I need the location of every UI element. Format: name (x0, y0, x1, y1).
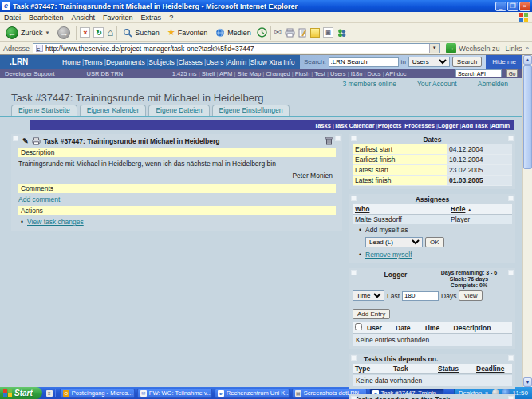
links-chevron-icon[interactable]: » (526, 45, 529, 52)
back-button[interactable]: ← Zurück ▼ (3, 26, 52, 40)
history-icon[interactable] (257, 27, 267, 38)
view-task-changes-link[interactable]: View task changes (27, 218, 84, 226)
menu-hilfe[interactable]: ? (169, 14, 173, 22)
api-search-input[interactable] (455, 69, 502, 77)
taskbar-button-outlook[interactable]: OPosteingang - Micros... (60, 389, 135, 398)
site-search-input[interactable] (329, 57, 399, 67)
select-all-checkbox[interactable] (355, 323, 362, 330)
dev-users[interactable]: Users (330, 70, 351, 77)
dev-docs[interactable]: Docs (367, 70, 385, 77)
refresh-icon[interactable]: ↻ (93, 27, 104, 38)
your-account-link[interactable]: Your Account (417, 80, 457, 88)
col-status[interactable]: Status (435, 364, 474, 374)
remove-myself-link[interactable]: Remove myself (365, 251, 412, 259)
dev-test[interactable]: Test (314, 70, 330, 77)
nav-show-xtra-info[interactable]: Show Xtra Info (250, 58, 295, 66)
pm-nav-add-task[interactable]: Add Task (461, 122, 491, 129)
favorites-button[interactable]: ★ Favoriten (165, 26, 210, 38)
nav-terms[interactable]: Terms (84, 58, 106, 66)
pm-nav-tasks[interactable]: Tasks (314, 122, 334, 129)
print-task-icon[interactable] (32, 137, 41, 145)
edit-task-icon[interactable]: ✎ (22, 137, 29, 145)
dev-shell[interactable]: Shell (202, 70, 219, 77)
role-select[interactable]: Lead (L) (365, 237, 423, 247)
add-comment-link[interactable]: Add comment (18, 196, 60, 203)
account-row: 3 members online Your Account Abmelden (0, 78, 522, 89)
nav-users[interactable]: Users (206, 58, 227, 66)
back-dropdown-icon[interactable]: ▼ (45, 30, 50, 35)
hide-me-link[interactable]: Hide me (486, 55, 522, 69)
logout-link[interactable]: Abmelden (478, 80, 508, 88)
menu-datei[interactable]: Datei (4, 14, 21, 22)
search-scope-select[interactable]: Users (408, 57, 450, 67)
view-button[interactable]: View (459, 290, 482, 301)
scroll-down-icon[interactable]: ▼ (523, 377, 532, 387)
address-input[interactable]: e http://www.theservice.de/project-manag… (33, 43, 440, 53)
browser-window: e Task #37447: Trainingsrunde mit Michae… (0, 0, 532, 399)
edit-icon[interactable] (298, 28, 307, 38)
nav-departments[interactable]: Departments (106, 58, 148, 66)
links-label[interactable]: Links (506, 45, 522, 53)
menu-favoriten[interactable]: Favoriten (103, 14, 133, 22)
forward-button[interactable]: → (55, 26, 73, 40)
address-url[interactable]: http://www.theservice.de/project-manager… (45, 45, 427, 53)
close-button[interactable]: × (519, 2, 530, 11)
api-search-go-button[interactable]: Go (506, 69, 518, 77)
media-button[interactable]: Medien (213, 27, 254, 38)
col-who[interactable]: Who (353, 204, 448, 215)
nav-admin[interactable]: Admin (227, 58, 250, 66)
discuss-icon[interactable] (310, 28, 320, 38)
vertical-scrollbar[interactable]: ▲ ▼ (522, 55, 532, 387)
col-deadline[interactable]: Deadline (474, 364, 512, 374)
nav-home[interactable]: Home (62, 58, 84, 66)
address-dropdown-icon[interactable]: ▼ (429, 44, 439, 53)
ok-button[interactable]: OK (425, 237, 444, 247)
dev-i18n[interactable]: I18n (351, 70, 368, 77)
restore-button[interactable]: ❐ (507, 2, 518, 11)
last-days-input[interactable] (402, 291, 439, 301)
menu-bearbeiten[interactable]: Bearbeiten (29, 14, 64, 22)
dev-flush[interactable]: Flush (295, 70, 314, 77)
pm-nav-projects[interactable]: Projects (378, 122, 405, 129)
scroll-thumb[interactable] (523, 65, 532, 169)
site-search-button[interactable]: Search (452, 57, 482, 67)
pm-nav-processes[interactable]: Processes (404, 122, 438, 129)
taskbar-button-mail[interactable]: ✉FW: WG: Teilnahme v... (137, 389, 212, 398)
tab-eigene-startseite[interactable]: Eigene Startseite (11, 105, 77, 116)
menu-extras[interactable]: Extras (141, 14, 162, 22)
developer-support-label[interactable]: Developer Support (5, 70, 55, 77)
toolbar-divider (76, 26, 77, 40)
search-button[interactable]: Suchen (120, 27, 162, 38)
lrn-logo[interactable]: .LRN (0, 55, 62, 69)
add-entry-button[interactable]: Add Entry (353, 309, 390, 319)
fullscreen-icon[interactable]: ▣ (323, 27, 333, 38)
pm-nav-logger[interactable]: Logger (438, 122, 461, 129)
stop-icon[interactable]: × (80, 27, 90, 38)
minimize-button[interactable]: _ (495, 2, 506, 11)
col-role[interactable]: Role ▲ (448, 204, 512, 215)
dev-apm[interactable]: APM (219, 70, 237, 77)
home-icon[interactable]: ⌂ (107, 27, 113, 38)
taskbar-button-rechenzentrum[interactable]: eRechenzentrum Uni K... (215, 389, 290, 398)
print-icon[interactable] (285, 28, 295, 38)
scroll-up-icon[interactable]: ▲ (523, 55, 532, 65)
pm-nav-admin[interactable]: Admin (491, 122, 510, 129)
delete-task-icon[interactable] (325, 136, 333, 145)
tab-eigene-dateien[interactable]: Eigene Dateien (148, 105, 209, 116)
start-button[interactable]: Start (0, 387, 42, 399)
log-unit-select[interactable]: Time (353, 290, 384, 301)
tab-eigene-einstellungen[interactable]: Eigene Einstellungen (212, 105, 290, 116)
quick-launch-icon[interactable]: ≡ (46, 390, 53, 397)
tab-eigener-kalender[interactable]: Eigener Kalender (80, 105, 147, 116)
pm-nav-task-calendar[interactable]: Task Calendar (334, 122, 378, 129)
messenger-icon[interactable] (337, 28, 347, 38)
dev-changed[interactable]: Changed (266, 70, 295, 77)
dev-apidoc[interactable]: API doc (385, 70, 406, 77)
go-button[interactable]: → Wechseln zu (443, 42, 502, 54)
nav-classes[interactable]: Classes (178, 58, 206, 66)
mail-icon[interactable]: ✉ (274, 27, 282, 38)
menu-ansicht[interactable]: Ansicht (72, 14, 96, 22)
dev-sitemap[interactable]: Site Map (237, 70, 266, 77)
sort-asc-icon[interactable]: ▲ (467, 207, 472, 212)
nav-subjects[interactable]: Subjects (148, 58, 178, 66)
